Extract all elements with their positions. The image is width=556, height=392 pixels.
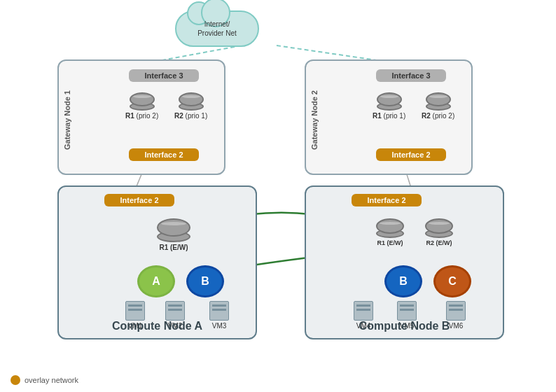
compute-a-network-a: A: [139, 267, 173, 295]
compute-b-r2-label: R2 (E/W): [426, 239, 452, 246]
legend: overlay network: [11, 375, 78, 385]
compute-b-r1-router: R1 (E/W): [376, 218, 404, 246]
gateway1-r2-label: R2 (prio 1): [174, 112, 207, 120]
internet-cloud-label: Internet/ Provider Net: [197, 20, 237, 38]
gateway2-interface2: Interface 2: [376, 148, 446, 161]
gateway1-r1-router: R1 (prio 2): [125, 92, 158, 120]
gateway-node-1: Gateway Node 1 Interface 3 R1 (prio 2) R…: [57, 59, 225, 175]
legend-overlay-dot: [11, 375, 20, 385]
legend-overlay-label: overlay network: [25, 376, 78, 384]
gateway2-r2-router: R2 (prio 2): [422, 92, 454, 120]
gateway1-interface2: Interface 2: [129, 148, 199, 161]
compute-b-network-c: C: [436, 267, 469, 295]
compute-b-vm5-server: [397, 301, 417, 321]
compute-node-a-title: Compute Node A: [59, 320, 256, 332]
compute-b-vm4-server: [354, 301, 373, 321]
internet-cloud: Internet/ Provider Net: [175, 10, 259, 47]
compute-b-network-b: B: [387, 267, 420, 295]
compute-a-r1-disk1: [157, 218, 190, 237]
compute-node-b-title: Compute Node B: [306, 320, 503, 332]
gateway-node-2-label: Gateway Node 2: [310, 68, 319, 173]
compute-node-a: Interface 2 R1 (E/W) A B VM1 VM2: [57, 186, 257, 340]
compute-a-r1-label: R1 (E/W): [159, 244, 188, 251]
compute-a-r1-router: R1 (E/W): [157, 218, 190, 251]
compute-b-r2-router: R2 (E/W): [425, 218, 453, 246]
gateway1-interface3: Interface 3: [129, 69, 199, 82]
gateway1-r2-router: R2 (prio 1): [174, 92, 207, 120]
compute-b-interface2: Interface 2: [352, 194, 422, 206]
compute-b-r2-disk1: [425, 218, 453, 234]
compute-a-vm1-server: [125, 301, 145, 321]
compute-a-vm3-server: [209, 301, 229, 321]
gateway2-r1-disk1: [377, 92, 402, 106]
gateway2-r1-label: R1 (prio 1): [373, 112, 405, 120]
gateway2-r2-disk1: [426, 92, 451, 106]
compute-b-r1-disk1: [376, 218, 404, 234]
gateway-node-2: Gateway Node 2 Interface 3 R1 (prio 1) R…: [305, 59, 473, 175]
gateway2-r2-label: R2 (prio 2): [422, 112, 454, 120]
compute-a-vm2-server: [165, 301, 185, 321]
compute-node-b: Interface 2 R1 (E/W) R2 (E/W) B C: [305, 186, 504, 340]
diagram: Internet/ Provider Net Gateway Node 1 In…: [0, 0, 556, 392]
compute-a-network-b: B: [188, 267, 222, 295]
gateway1-r1-disk1: [130, 92, 155, 106]
gateway2-r1-router: R1 (prio 1): [373, 92, 405, 120]
compute-b-r1-label: R1 (E/W): [377, 239, 403, 246]
gateway1-r2-disk1: [179, 92, 204, 106]
gateway1-r1-label: R1 (prio 2): [125, 112, 158, 120]
compute-b-vm6-server: [446, 301, 466, 321]
gateway2-interface3: Interface 3: [376, 69, 446, 82]
compute-a-interface2: Interface 2: [104, 194, 174, 206]
gateway-node-1-label: Gateway Node 1: [63, 68, 71, 173]
